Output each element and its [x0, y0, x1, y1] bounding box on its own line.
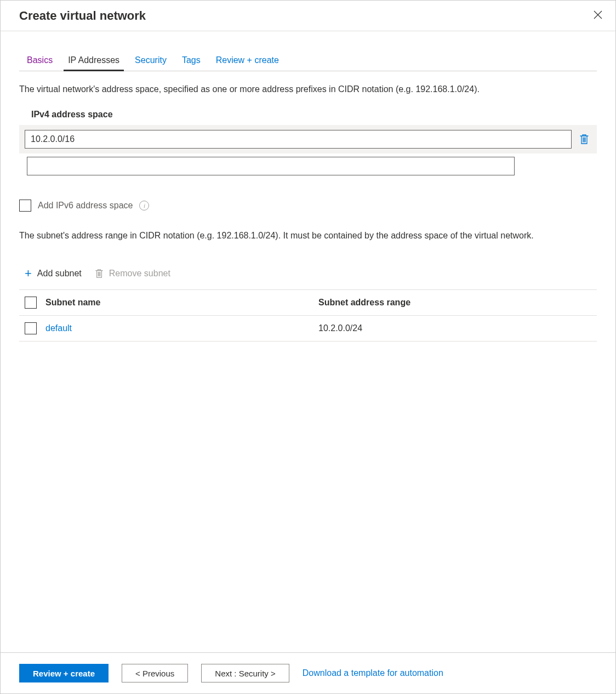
review-create-button[interactable]: Review + create	[19, 664, 109, 682]
column-header-name: Subnet name	[45, 298, 318, 308]
subnet-header-row: Subnet name Subnet address range	[19, 289, 597, 316]
footer: Review + create < Previous Next : Securi…	[1, 652, 615, 693]
select-all-checkbox[interactable]	[25, 297, 37, 309]
subnet-actions: + Add subnet Remove subnet	[19, 268, 597, 280]
ipv6-checkbox-label: Add IPv6 address space	[38, 201, 133, 211]
subnet-description: The subnet's address range in CIDR notat…	[19, 229, 597, 242]
ipv4-section-label: IPv4 address space	[31, 110, 597, 120]
previous-button[interactable]: < Previous	[122, 664, 188, 682]
address-space-input[interactable]	[25, 130, 572, 149]
row-checkbox[interactable]	[25, 322, 37, 334]
plus-icon: +	[25, 268, 32, 280]
tab-security[interactable]: Security	[127, 51, 174, 71]
remove-subnet-button: Remove subnet	[95, 268, 170, 280]
address-space-row	[19, 125, 597, 153]
remove-subnet-label: Remove subnet	[109, 269, 170, 278]
address-space-row	[19, 153, 597, 180]
subnet-range: 10.2.0.0/24	[318, 323, 591, 333]
address-space-input-empty[interactable]	[27, 157, 515, 175]
download-template-link[interactable]: Download a template for automation	[303, 668, 443, 678]
close-icon[interactable]	[591, 8, 604, 23]
next-button[interactable]: Next : Security >	[201, 664, 289, 682]
tabs: Basics IP Addresses Security Tags Review…	[19, 51, 597, 71]
column-header-range: Subnet address range	[318, 298, 591, 308]
table-row: default 10.2.0.0/24	[19, 316, 597, 342]
tab-basics[interactable]: Basics	[19, 51, 60, 71]
info-icon[interactable]: i	[139, 201, 149, 211]
trash-icon	[95, 269, 104, 278]
subnet-name-link[interactable]: default	[45, 323, 72, 333]
tab-tags[interactable]: Tags	[174, 51, 208, 71]
subnet-table: Subnet name Subnet address range default…	[19, 289, 597, 342]
trash-icon[interactable]	[577, 132, 591, 146]
ipv6-checkbox-row: Add IPv6 address space i	[19, 200, 597, 212]
ipv6-checkbox[interactable]	[19, 200, 31, 212]
page-title: Create virtual network	[19, 9, 146, 23]
add-subnet-button[interactable]: + Add subnet	[25, 268, 82, 280]
panel-header: Create virtual network	[1, 1, 615, 31]
add-subnet-label: Add subnet	[37, 269, 82, 278]
panel-content: Basics IP Addresses Security Tags Review…	[1, 51, 615, 342]
ipv4-address-space-block	[19, 125, 597, 180]
ipv4-description: The virtual network's address space, spe…	[19, 83, 597, 95]
tab-ip-addresses[interactable]: IP Addresses	[60, 51, 127, 71]
tab-review-create[interactable]: Review + create	[208, 51, 287, 71]
